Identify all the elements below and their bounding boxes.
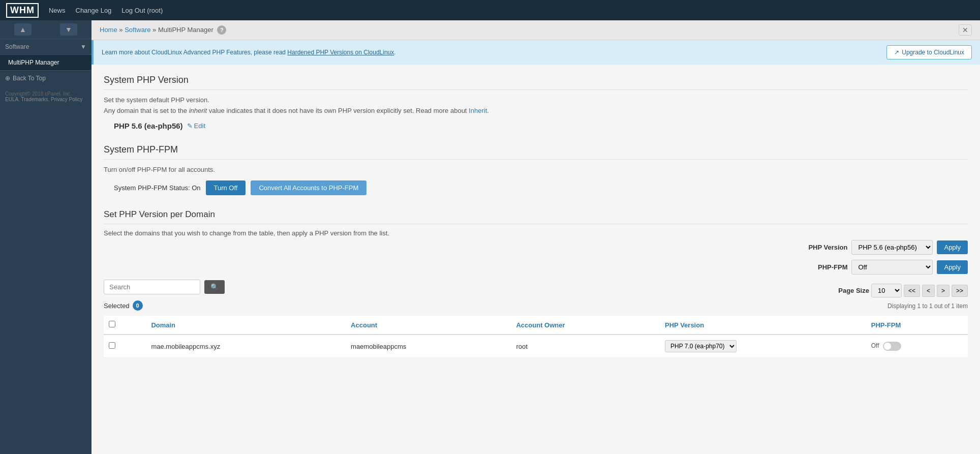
php-fpm-apply-button[interactable]: Apply (937, 260, 968, 274)
cloudlinux-link[interactable]: Hardened PHP Versions on CloudLinux (287, 49, 394, 56)
external-link-icon: ↗ (894, 49, 899, 56)
select-all-checkbox[interactable] (109, 321, 115, 327)
trademarks-link[interactable]: Trademarks (21, 97, 48, 102)
row-fpm-toggle[interactable] (883, 342, 901, 351)
close-button[interactable]: ✕ (959, 24, 972, 36)
row-icon-cell (120, 335, 146, 358)
set-php-domain-section: Set PHP Version per Domain Select the do… (104, 209, 968, 358)
sidebar-back-to-top[interactable]: ⊕ Back To Top (0, 70, 91, 86)
table-body: mae.mobileappcms.xyz maemobileappcms roo… (104, 335, 968, 358)
breadcrumb-bar: Home » Software » MultiPHP Manager ? ✕ (91, 20, 980, 40)
system-php-desc1: Set the system default PHP version. (104, 96, 968, 104)
selected-count-badge: 0 (133, 300, 143, 311)
edit-php-version-link[interactable]: ✎ Edit (187, 122, 205, 130)
nav-changelog[interactable]: Change Log (76, 7, 112, 14)
search-row: 🔍 (104, 280, 225, 294)
sidebar-item-label: MultiPHP Manager (8, 59, 59, 66)
privacy-link[interactable]: Privacy Policy (51, 97, 82, 102)
eula-link[interactable]: EULA (5, 97, 18, 102)
info-banner-text: Learn more about CloudLinux Advanced PHP… (102, 49, 396, 56)
fpm-status-label: System PHP-FPM Status: On (114, 184, 201, 192)
sidebar-section-label: Software (5, 43, 29, 50)
sidebar-section-software[interactable]: Software ▼ (0, 39, 91, 55)
php-version-apply-button[interactable]: Apply (937, 240, 968, 254)
help-icon[interactable]: ? (217, 25, 226, 35)
sidebar-up-btn[interactable]: ▲ (14, 23, 32, 36)
turn-off-button[interactable]: Turn Off (206, 180, 246, 195)
prev-page-button[interactable]: < (922, 285, 935, 297)
table-header-php-fpm[interactable]: PHP-FPM (866, 316, 968, 335)
php-fpm-select[interactable]: Off On (851, 260, 933, 275)
back-to-top-label: Back To Top (13, 75, 46, 82)
php-version-controls-label: PHP Version (808, 244, 847, 251)
toggle-slider (883, 342, 901, 351)
sidebar-footer: Copyright© 2018 cPanel, Inc. EULA, Trade… (0, 86, 91, 107)
nav-logout[interactable]: Log Out (root) (121, 7, 163, 14)
sidebar: ▲ ▼ Software ▼ MultiPHP Manager ⊕ Back T… (0, 20, 91, 454)
breadcrumb-current: MultiPHP Manager (158, 26, 213, 34)
table-header-checkbox[interactable] (104, 316, 120, 335)
copyright-text: Copyright© 2018 cPanel, Inc. (5, 91, 86, 97)
breadcrumb-home[interactable]: Home (100, 26, 117, 34)
php-version-display: PHP 5.6 (ea-php56) ✎ Edit (114, 122, 968, 130)
main-content: Home » Software » MultiPHP Manager ? ✕ L… (91, 20, 980, 454)
table-header-php-version[interactable]: PHP Version (660, 316, 866, 335)
up-circle-icon: ⊕ (5, 75, 10, 82)
whm-logo: WHM (6, 3, 39, 18)
page-size-select[interactable]: 10 25 50 100 (871, 284, 902, 297)
row-php-version-select[interactable]: PHP 7.0 (ea-php70) PHP 5.6 (ea-php56) PH… (665, 340, 737, 352)
system-fpm-desc: Turn on/off PHP-FPM for all accounts. (104, 166, 968, 173)
php-version-select[interactable]: PHP 5.6 (ea-php56) PHP 7.0 (ea-php70) PH… (851, 240, 933, 255)
system-php-section: System PHP Version Set the system defaul… (104, 75, 968, 130)
row-owner: root (511, 335, 660, 358)
php-version-value: PHP 5.6 (ea-php56) (114, 122, 183, 130)
sidebar-item-multiphp[interactable]: MultiPHP Manager (0, 55, 91, 70)
breadcrumb: Home » Software » MultiPHP Manager ? (100, 25, 226, 35)
row-checkbox[interactable] (109, 342, 115, 349)
system-php-title: System PHP Version (104, 75, 968, 90)
page-size-label: Page Size (838, 287, 869, 294)
table-header-account[interactable]: Account (346, 316, 511, 335)
row-fpm-off-label: Off (871, 342, 879, 349)
breadcrumb-sep2: » (152, 26, 156, 34)
table-header-owner[interactable]: Account Owner (511, 316, 660, 335)
row-php-version: PHP 7.0 (ea-php70) PHP 5.6 (ea-php56) PH… (660, 335, 866, 358)
first-page-button[interactable]: << (904, 285, 920, 297)
next-page-button[interactable]: > (937, 285, 950, 297)
nav-news[interactable]: News (49, 7, 66, 14)
breadcrumb-sep1: » (119, 26, 122, 34)
system-php-desc2: Any domain that is set to the inherit va… (104, 107, 968, 114)
search-input[interactable] (104, 280, 200, 294)
row-account: maemobileappcms (346, 335, 511, 358)
table-row: mae.mobileappcms.xyz maemobileappcms roo… (104, 335, 968, 358)
top-nav: WHM News Change Log Log Out (root) (0, 0, 980, 20)
search-button[interactable]: 🔍 (204, 280, 225, 294)
breadcrumb-software[interactable]: Software (125, 26, 150, 34)
pagination-row: Page Size 10 25 50 100 << < > >> (838, 284, 968, 297)
domains-table: Domain Account Account Owner PHP Version… (104, 316, 968, 358)
sidebar-nav-arrows: ▲ ▼ (0, 20, 91, 39)
fpm-status-row: System PHP-FPM Status: On Turn Off Conve… (114, 180, 968, 195)
convert-accounts-button[interactable]: Convert All Accounts to PHP-FPM (251, 180, 366, 195)
sidebar-section-arrow: ▼ (80, 43, 86, 50)
system-fpm-section: System PHP-FPM Turn on/off PHP-FPM for a… (104, 144, 968, 195)
displaying-text: Displaying 1 to 1 out of 1 item (887, 302, 968, 310)
table-header-icon (120, 316, 146, 335)
row-domain: mae.mobileappcms.xyz (146, 335, 346, 358)
inherit-link[interactable]: Inherit (469, 107, 487, 114)
table-header: Domain Account Account Owner PHP Version… (104, 316, 968, 335)
set-php-domain-desc: Select the domains that you wish to chan… (104, 229, 968, 237)
sidebar-down-btn[interactable]: ▼ (60, 23, 77, 36)
row-checkbox-cell (104, 335, 120, 358)
set-php-domain-title: Set PHP Version per Domain (104, 209, 968, 224)
table-header-domain[interactable]: Domain (146, 316, 346, 335)
layout: ▲ ▼ Software ▼ MultiPHP Manager ⊕ Back T… (0, 20, 980, 454)
pencil-icon: ✎ (187, 122, 193, 130)
upgrade-cloudlinux-button[interactable]: ↗ Upgrade to CloudLinux (886, 45, 972, 59)
info-banner: Learn more about CloudLinux Advanced PHP… (91, 40, 980, 65)
php-version-controls-row: PHP Version PHP 5.6 (ea-php56) PHP 7.0 (… (104, 240, 968, 255)
row-php-fpm: Off (866, 335, 968, 358)
selected-label: Selected (104, 302, 130, 310)
selected-row: Selected 0 (104, 300, 143, 311)
last-page-button[interactable]: >> (952, 285, 968, 297)
